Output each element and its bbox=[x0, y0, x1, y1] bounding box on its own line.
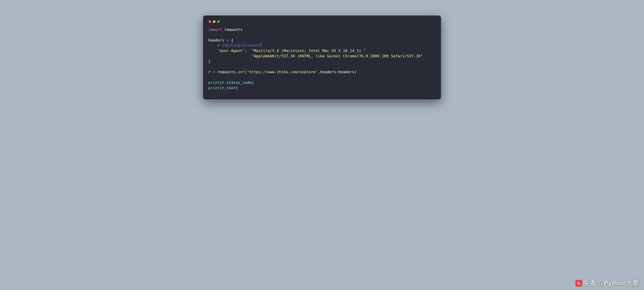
paren-close-2: ) bbox=[236, 86, 238, 90]
url-string: 'https://www.zhihu.com/explore' bbox=[247, 70, 318, 74]
dict-key: 'User-Agent' bbox=[217, 48, 245, 53]
module-name: requests bbox=[222, 27, 242, 32]
fn-print-2: print bbox=[208, 86, 220, 90]
indent bbox=[208, 48, 217, 53]
op-assign: = bbox=[226, 38, 229, 42]
brace-open: { bbox=[229, 38, 234, 42]
watermark-prefix: 头条 bbox=[583, 279, 596, 288]
attr-text: text bbox=[226, 86, 236, 90]
ua-string-1: "Mozilla/5.0 (Macintosh; Intel Mac OS X … bbox=[252, 48, 366, 53]
fn-print-1: print bbox=[208, 80, 220, 85]
fn-get: get bbox=[238, 70, 245, 74]
window-minimize-icon[interactable] bbox=[213, 20, 216, 23]
watermark: 头 头条 @Python大星 bbox=[576, 279, 639, 288]
toutiao-logo-icon: 头 bbox=[576, 280, 582, 287]
op-assign-2: = bbox=[213, 70, 215, 74]
var-r: r bbox=[208, 70, 213, 74]
window-titlebar bbox=[208, 20, 436, 27]
paren-r1: (r. bbox=[220, 80, 226, 85]
var-headers: headers bbox=[208, 38, 226, 42]
requests-ref: requests. bbox=[215, 70, 238, 74]
colon: : bbox=[245, 48, 252, 53]
paren-open: ( bbox=[245, 70, 247, 74]
code-window: import requests headers = { # 谷歌浏览器Chrom… bbox=[203, 15, 441, 99]
arg-close: headers) bbox=[338, 70, 357, 74]
watermark-handle: @Python大星 bbox=[598, 279, 639, 288]
keyword-import: import bbox=[208, 27, 222, 32]
kwarg-headers: ,headers bbox=[318, 70, 336, 74]
window-zoom-icon[interactable] bbox=[217, 20, 220, 23]
brace-close: } bbox=[208, 59, 210, 63]
ua-string-2: "AppleWebKit/537.36 (KHTML, like Gecko) … bbox=[208, 54, 423, 58]
paren-close-1: ) bbox=[252, 80, 254, 85]
paren-r2: (r. bbox=[220, 86, 226, 90]
comment-line: # 谷歌浏览器Chrome代理 bbox=[208, 43, 262, 47]
attr-status-code: status_code bbox=[226, 80, 252, 85]
code-block: import requests headers = { # 谷歌浏览器Chrom… bbox=[208, 27, 436, 91]
op-kwarg: = bbox=[336, 70, 338, 74]
window-close-icon[interactable] bbox=[208, 20, 211, 23]
